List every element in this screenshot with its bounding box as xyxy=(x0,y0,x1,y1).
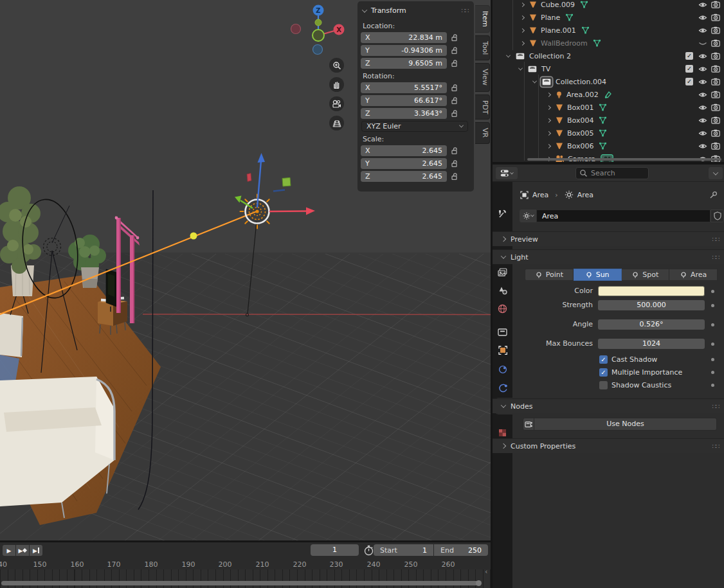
collection-checkbox[interactable]: ✓ xyxy=(685,49,693,62)
sidebar-tab[interactable]: VR xyxy=(475,122,490,143)
outliner-scrollbar[interactable] xyxy=(527,158,721,161)
animate-dot[interactable] xyxy=(711,304,714,307)
hide-eye-icon[interactable] xyxy=(698,114,707,127)
render-visibility-icon[interactable] xyxy=(711,139,720,152)
lock-icon[interactable] xyxy=(451,109,458,118)
breadcrumb-object[interactable]: Area xyxy=(532,191,548,199)
sun-light-gizmo[interactable] xyxy=(235,153,315,229)
collection-checkbox[interactable]: ✓ xyxy=(685,75,693,88)
navigation-axis-gizmo[interactable]: Z X xyxy=(291,3,345,57)
panel-nodes-header[interactable]: Nodes ∷∷ xyxy=(493,398,724,413)
scale-field[interactable]: X 2.645 xyxy=(361,145,447,156)
axis-y-ball[interactable] xyxy=(315,19,321,26)
lock-icon[interactable] xyxy=(451,96,458,105)
sun-ray-point[interactable] xyxy=(190,233,197,240)
animate-dot[interactable] xyxy=(711,290,714,293)
gizmo-x-arrow[interactable] xyxy=(269,211,307,212)
render-visibility-icon[interactable] xyxy=(711,114,720,127)
outliner-row[interactable]: Plane xyxy=(493,11,724,24)
light-type-button[interactable]: Area xyxy=(669,269,718,281)
rotation-field[interactable]: X 5.5517° xyxy=(361,82,447,93)
render-visibility-icon[interactable] xyxy=(711,62,720,75)
outliner-row[interactable]: TV ✓ xyxy=(493,62,724,75)
outliner-row[interactable]: Area.002 xyxy=(493,88,724,101)
collection-checkbox[interactable]: ✓ xyxy=(685,62,693,75)
hide-eye-icon[interactable] xyxy=(698,49,707,62)
render-visibility-icon[interactable] xyxy=(711,0,720,11)
timeline-scrollbar[interactable] xyxy=(1,581,481,585)
properties-options-button[interactable] xyxy=(709,167,723,179)
outliner-row[interactable]: WallBedroom xyxy=(493,37,724,49)
lock-icon[interactable] xyxy=(451,159,458,168)
outliner-row[interactable]: Box001 xyxy=(493,101,724,114)
render-visibility-icon[interactable] xyxy=(711,37,720,49)
hide-eye-icon[interactable] xyxy=(698,11,707,24)
start-frame-field[interactable]: Start 1 xyxy=(374,544,433,556)
zoom-button[interactable] xyxy=(329,58,344,73)
strength-field[interactable]: 500.000 xyxy=(598,300,705,310)
panel-light-header[interactable]: Light ∷∷ xyxy=(493,249,724,264)
toggle-ortho-button[interactable] xyxy=(329,116,344,130)
light-type-button[interactable]: Point xyxy=(525,269,574,281)
checkbox[interactable]: ✓ xyxy=(599,368,608,377)
use-nodes-button[interactable]: Use Nodes xyxy=(534,418,717,431)
fake-user-button[interactable] xyxy=(710,209,724,222)
location-field[interactable]: Z 9.6505 m xyxy=(361,58,447,69)
outliner-row[interactable]: Box006 xyxy=(493,139,724,152)
expand-icon[interactable] xyxy=(547,92,551,96)
expand-icon[interactable] xyxy=(520,2,525,6)
panel-collapse-icon[interactable] xyxy=(362,7,367,12)
animate-dot[interactable] xyxy=(711,358,714,361)
expand-icon[interactable] xyxy=(520,28,525,32)
sidebar-tab[interactable]: PDT xyxy=(475,94,490,120)
datablock-type-button[interactable] xyxy=(520,209,536,222)
hide-eye-icon[interactable] xyxy=(698,62,707,75)
datablock-name-field[interactable]: Area xyxy=(536,209,710,222)
axis-neg-z-ball[interactable] xyxy=(313,45,323,55)
properties-search[interactable] xyxy=(575,167,649,179)
outliner-row[interactable]: Cube.009 xyxy=(493,0,724,11)
lock-icon[interactable] xyxy=(451,59,458,67)
rotation-mode-dropdown[interactable]: XYZ Euler xyxy=(361,121,468,132)
axis-front-ball[interactable] xyxy=(312,30,324,41)
outliner-row[interactable]: Box005 xyxy=(493,127,724,139)
rotation-field[interactable]: Z 3.3643° xyxy=(361,108,447,119)
hide-eye-icon[interactable] xyxy=(698,127,707,139)
viewport-3d[interactable]: Z X Transform ∷∷ Location: xyxy=(0,0,491,540)
outliner-row[interactable]: Collection 2 ✓ xyxy=(493,49,724,62)
sidebar-tab[interactable]: View xyxy=(475,63,490,91)
panel-preview-header[interactable]: Preview ∷∷ xyxy=(493,231,724,246)
expand-icon[interactable] xyxy=(547,143,551,148)
outliner-row[interactable]: Box004 xyxy=(493,114,724,127)
render-visibility-icon[interactable] xyxy=(711,49,720,62)
expand-icon[interactable] xyxy=(520,40,525,45)
render-visibility-icon[interactable] xyxy=(711,11,720,24)
outliner[interactable]: Cube.009 xyxy=(493,0,724,162)
jump-to-keyframe-button[interactable]: ▶ xyxy=(16,545,29,556)
gizmo-red-cube-handle[interactable] xyxy=(247,174,251,182)
play-button[interactable]: ▶ xyxy=(3,545,15,556)
collapse-icon[interactable] xyxy=(506,53,511,57)
hide-eye-icon[interactable] xyxy=(698,139,707,152)
hide-eye-icon[interactable] xyxy=(698,88,707,101)
hide-eye-icon[interactable] xyxy=(698,0,707,11)
checkbox[interactable] xyxy=(599,381,608,389)
hide-eye-icon[interactable] xyxy=(698,75,707,88)
timeline-ruler[interactable]: 40 150 160 170 180 190 200 210 220 230 2… xyxy=(0,558,491,571)
sidebar-tab[interactable]: Tool xyxy=(475,35,490,60)
end-frame-field[interactable]: End 250 xyxy=(434,544,488,556)
lock-icon[interactable] xyxy=(451,147,458,155)
sidebar-tab[interactable]: Item xyxy=(475,5,490,33)
lock-icon[interactable] xyxy=(451,46,458,55)
expand-icon[interactable] xyxy=(547,118,551,122)
max-bounces-field[interactable]: 1024 xyxy=(598,339,705,349)
animate-dot[interactable] xyxy=(711,343,714,346)
light-type-button[interactable]: Sun xyxy=(574,269,622,281)
timeline-collapse-chevron[interactable]: ‹ xyxy=(485,567,487,576)
tab-tool[interactable] xyxy=(493,205,512,222)
outliner-row[interactable]: Plane.001 xyxy=(493,24,724,37)
collapse-icon[interactable] xyxy=(532,78,537,83)
editor-type-button[interactable] xyxy=(496,167,518,179)
tab-view-layer[interactable] xyxy=(493,264,512,281)
current-frame-field[interactable]: 1 xyxy=(311,544,359,556)
